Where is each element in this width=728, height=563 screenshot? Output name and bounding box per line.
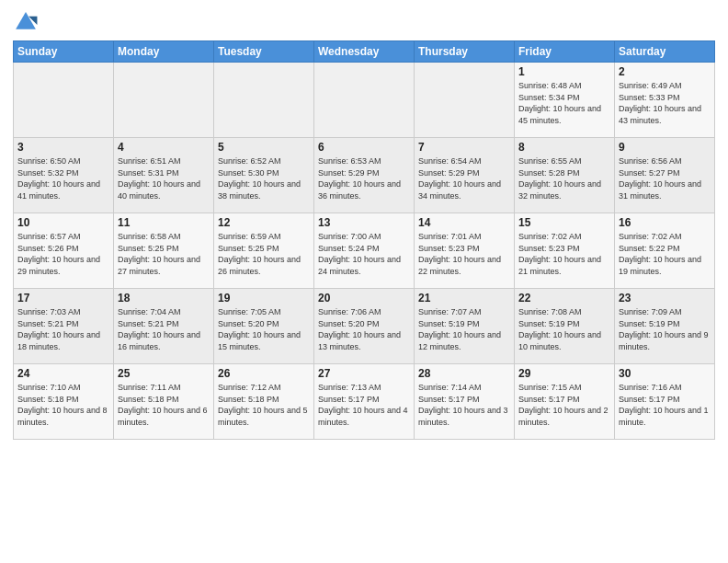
day-number: 27 bbox=[318, 367, 410, 380]
day-info: Sunrise: 7:09 AM Sunset: 5:19 PM Dayligh… bbox=[619, 306, 711, 352]
day-info: Sunrise: 6:55 AM Sunset: 5:28 PM Dayligh… bbox=[518, 155, 610, 201]
calendar-day-cell: 30Sunrise: 7:16 AM Sunset: 5:17 PM Dayli… bbox=[615, 364, 715, 440]
calendar-day-cell: 29Sunrise: 7:15 AM Sunset: 5:17 PM Dayli… bbox=[515, 364, 615, 440]
day-info: Sunrise: 7:04 AM Sunset: 5:21 PM Dayligh… bbox=[118, 306, 210, 352]
calendar-day-cell: 1Sunrise: 6:48 AM Sunset: 5:34 PM Daylig… bbox=[515, 63, 615, 138]
calendar-day-cell: 12Sunrise: 6:59 AM Sunset: 5:25 PM Dayli… bbox=[214, 213, 314, 289]
calendar-day-cell: 16Sunrise: 7:02 AM Sunset: 5:22 PM Dayli… bbox=[615, 213, 715, 289]
calendar-day-cell: 20Sunrise: 7:06 AM Sunset: 5:20 PM Dayli… bbox=[314, 289, 415, 364]
calendar-day-cell: 15Sunrise: 7:02 AM Sunset: 5:23 PM Dayli… bbox=[515, 213, 615, 289]
day-number: 12 bbox=[218, 216, 310, 229]
day-number: 8 bbox=[518, 141, 610, 154]
day-number: 23 bbox=[619, 292, 711, 304]
calendar-week-row: 17Sunrise: 7:03 AM Sunset: 5:21 PM Dayli… bbox=[14, 289, 715, 364]
day-info: Sunrise: 7:01 AM Sunset: 5:23 PM Dayligh… bbox=[418, 231, 510, 277]
day-info: Sunrise: 7:12 AM Sunset: 5:18 PM Dayligh… bbox=[218, 382, 310, 428]
calendar-day-cell: 18Sunrise: 7:04 AM Sunset: 5:21 PM Dayli… bbox=[114, 289, 214, 364]
day-number: 9 bbox=[619, 141, 711, 154]
day-number: 24 bbox=[17, 367, 109, 380]
day-info: Sunrise: 6:49 AM Sunset: 5:33 PM Dayligh… bbox=[619, 80, 711, 126]
day-number: 5 bbox=[218, 141, 310, 154]
day-number: 26 bbox=[218, 367, 310, 380]
day-number: 19 bbox=[218, 292, 310, 304]
calendar-day-cell: 5Sunrise: 6:52 AM Sunset: 5:30 PM Daylig… bbox=[214, 138, 314, 213]
calendar-day-cell: 3Sunrise: 6:50 AM Sunset: 5:32 PM Daylig… bbox=[14, 138, 114, 213]
calendar: SundayMondayTuesdayWednesdayThursdayFrid… bbox=[13, 40, 715, 440]
day-number: 7 bbox=[418, 141, 510, 154]
day-info: Sunrise: 7:02 AM Sunset: 5:22 PM Dayligh… bbox=[619, 231, 711, 277]
calendar-day-cell: 24Sunrise: 7:10 AM Sunset: 5:18 PM Dayli… bbox=[14, 364, 114, 440]
day-of-week-header: Monday bbox=[114, 41, 214, 63]
calendar-day-cell: 8Sunrise: 6:55 AM Sunset: 5:28 PM Daylig… bbox=[515, 138, 615, 213]
day-info: Sunrise: 6:48 AM Sunset: 5:34 PM Dayligh… bbox=[518, 80, 610, 126]
calendar-day-cell: 13Sunrise: 7:00 AM Sunset: 5:24 PM Dayli… bbox=[314, 213, 415, 289]
day-info: Sunrise: 7:08 AM Sunset: 5:19 PM Dayligh… bbox=[518, 306, 610, 352]
day-info: Sunrise: 7:07 AM Sunset: 5:19 PM Dayligh… bbox=[418, 306, 510, 352]
calendar-day-cell: 7Sunrise: 6:54 AM Sunset: 5:29 PM Daylig… bbox=[415, 138, 515, 213]
day-number: 25 bbox=[118, 367, 210, 380]
calendar-week-row: 1Sunrise: 6:48 AM Sunset: 5:34 PM Daylig… bbox=[14, 63, 715, 138]
day-number: 21 bbox=[418, 292, 510, 304]
calendar-day-cell: 23Sunrise: 7:09 AM Sunset: 5:19 PM Dayli… bbox=[615, 289, 715, 364]
calendar-day-cell: 27Sunrise: 7:13 AM Sunset: 5:17 PM Dayli… bbox=[314, 364, 415, 440]
calendar-day-cell: 14Sunrise: 7:01 AM Sunset: 5:23 PM Dayli… bbox=[415, 213, 515, 289]
day-info: Sunrise: 6:53 AM Sunset: 5:29 PM Dayligh… bbox=[318, 155, 410, 201]
day-info: Sunrise: 7:00 AM Sunset: 5:24 PM Dayligh… bbox=[318, 231, 410, 277]
day-number: 11 bbox=[118, 216, 210, 229]
day-number: 3 bbox=[17, 141, 109, 154]
day-of-week-header: Tuesday bbox=[214, 41, 314, 63]
day-info: Sunrise: 7:16 AM Sunset: 5:17 PM Dayligh… bbox=[619, 382, 711, 428]
day-info: Sunrise: 7:14 AM Sunset: 5:17 PM Dayligh… bbox=[418, 382, 510, 428]
day-number: 16 bbox=[619, 216, 711, 229]
logo-icon bbox=[13, 9, 39, 35]
calendar-week-row: 10Sunrise: 6:57 AM Sunset: 5:26 PM Dayli… bbox=[14, 213, 715, 289]
calendar-day-cell: 4Sunrise: 6:51 AM Sunset: 5:31 PM Daylig… bbox=[114, 138, 214, 213]
day-number: 4 bbox=[118, 141, 210, 154]
calendar-day-cell bbox=[415, 63, 515, 138]
day-number: 29 bbox=[518, 367, 610, 380]
day-info: Sunrise: 7:05 AM Sunset: 5:20 PM Dayligh… bbox=[218, 306, 310, 352]
day-info: Sunrise: 6:54 AM Sunset: 5:29 PM Dayligh… bbox=[418, 155, 510, 201]
page: SundayMondayTuesdayWednesdayThursdayFrid… bbox=[0, 0, 728, 563]
day-number: 28 bbox=[418, 367, 510, 380]
calendar-day-cell: 2Sunrise: 6:49 AM Sunset: 5:33 PM Daylig… bbox=[615, 63, 715, 138]
day-number: 10 bbox=[17, 216, 109, 229]
calendar-day-cell: 6Sunrise: 6:53 AM Sunset: 5:29 PM Daylig… bbox=[314, 138, 415, 213]
calendar-week-row: 24Sunrise: 7:10 AM Sunset: 5:18 PM Dayli… bbox=[14, 364, 715, 440]
day-number: 30 bbox=[619, 367, 711, 380]
calendar-day-cell bbox=[14, 63, 114, 138]
day-number: 6 bbox=[318, 141, 410, 154]
day-info: Sunrise: 7:02 AM Sunset: 5:23 PM Dayligh… bbox=[518, 231, 610, 277]
day-number: 1 bbox=[518, 65, 610, 78]
day-info: Sunrise: 6:50 AM Sunset: 5:32 PM Dayligh… bbox=[17, 155, 109, 201]
calendar-day-cell: 22Sunrise: 7:08 AM Sunset: 5:19 PM Dayli… bbox=[515, 289, 615, 364]
day-number: 18 bbox=[118, 292, 210, 304]
day-info: Sunrise: 6:51 AM Sunset: 5:31 PM Dayligh… bbox=[118, 155, 210, 201]
day-number: 20 bbox=[318, 292, 410, 304]
calendar-week-row: 3Sunrise: 6:50 AM Sunset: 5:32 PM Daylig… bbox=[14, 138, 715, 213]
day-info: Sunrise: 6:57 AM Sunset: 5:26 PM Dayligh… bbox=[17, 231, 109, 277]
day-number: 2 bbox=[619, 65, 711, 78]
calendar-day-cell: 19Sunrise: 7:05 AM Sunset: 5:20 PM Dayli… bbox=[214, 289, 314, 364]
calendar-day-cell: 9Sunrise: 6:56 AM Sunset: 5:27 PM Daylig… bbox=[615, 138, 715, 213]
day-number: 14 bbox=[418, 216, 510, 229]
day-number: 15 bbox=[518, 216, 610, 229]
calendar-day-cell: 28Sunrise: 7:14 AM Sunset: 5:17 PM Dayli… bbox=[415, 364, 515, 440]
day-info: Sunrise: 7:11 AM Sunset: 5:18 PM Dayligh… bbox=[118, 382, 210, 428]
day-info: Sunrise: 7:10 AM Sunset: 5:18 PM Dayligh… bbox=[17, 382, 109, 428]
day-of-week-header: Friday bbox=[515, 41, 615, 63]
calendar-day-cell bbox=[314, 63, 415, 138]
day-of-week-header: Thursday bbox=[415, 41, 515, 63]
day-number: 17 bbox=[17, 292, 109, 304]
calendar-day-cell bbox=[214, 63, 314, 138]
calendar-day-cell: 11Sunrise: 6:58 AM Sunset: 5:25 PM Dayli… bbox=[114, 213, 214, 289]
day-of-week-header: Sunday bbox=[14, 41, 114, 63]
calendar-day-cell: 10Sunrise: 6:57 AM Sunset: 5:26 PM Dayli… bbox=[14, 213, 114, 289]
calendar-day-cell bbox=[114, 63, 214, 138]
day-info: Sunrise: 7:03 AM Sunset: 5:21 PM Dayligh… bbox=[17, 306, 109, 352]
calendar-day-cell: 26Sunrise: 7:12 AM Sunset: 5:18 PM Dayli… bbox=[214, 364, 314, 440]
day-info: Sunrise: 6:56 AM Sunset: 5:27 PM Dayligh… bbox=[619, 155, 711, 201]
day-info: Sunrise: 6:52 AM Sunset: 5:30 PM Dayligh… bbox=[218, 155, 310, 201]
day-info: Sunrise: 6:58 AM Sunset: 5:25 PM Dayligh… bbox=[118, 231, 210, 277]
day-number: 13 bbox=[318, 216, 410, 229]
